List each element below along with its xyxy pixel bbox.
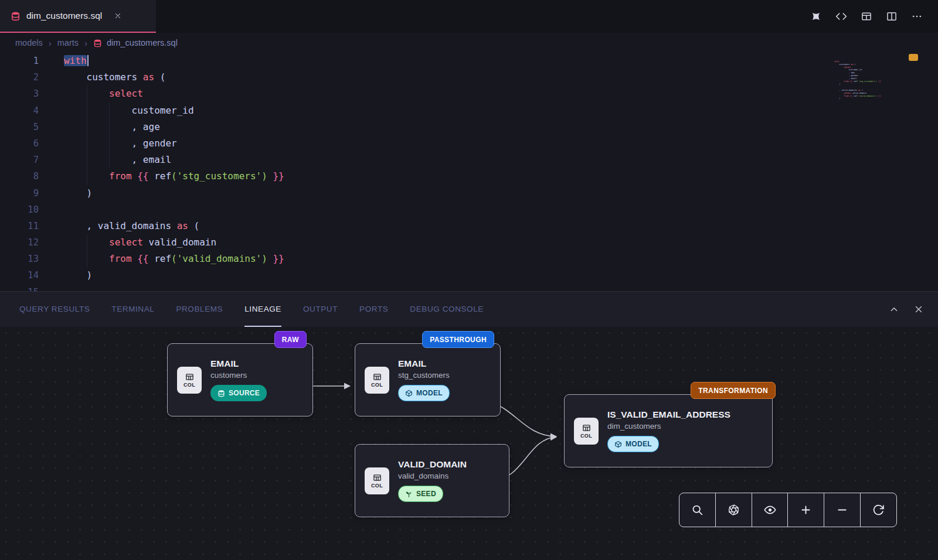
panel-tab-terminal[interactable]: TERMINAL — [111, 292, 154, 327]
panel-tabs: QUERY RESULTSTERMINALPROBLEMSLINEAGEOUTP… — [19, 292, 505, 327]
eye-button[interactable] — [752, 493, 789, 527]
indent-guide — [87, 135, 87, 152]
grid-icon — [373, 373, 382, 381]
tab-label: dim_customers.sql — [26, 11, 102, 21]
indent-guide — [109, 135, 110, 152]
node-tag-passthrough: PASSTHROUGH — [422, 331, 494, 348]
line-number: 12 — [0, 234, 39, 251]
grid-icon — [582, 424, 591, 432]
lineage-node-stg_customers[interactable]: PASSTHROUGHCOLEMAILstg_customersMODEL — [355, 343, 501, 416]
code-line[interactable]: , age — [64, 119, 938, 135]
node-subtitle: customers — [210, 371, 267, 380]
node-title: VALID_DOMAIN — [398, 459, 467, 470]
lineage-canvas[interactable]: RAWCOLEMAILcustomersSOURCEPASSTHROUGHCOL… — [0, 327, 938, 560]
breadcrumb-file-label: dim_customers.sql — [107, 38, 178, 47]
node-badge-model: MODEL — [398, 385, 450, 401]
breadcrumb-file[interactable]: dim_customers.sql — [93, 38, 178, 47]
panel-tab-query-results[interactable]: QUERY RESULTS — [19, 292, 90, 327]
indent-guide — [87, 119, 87, 135]
code-icon[interactable] — [835, 11, 847, 22]
code-line[interactable] — [64, 202, 938, 218]
code-line[interactable]: select valid_domain — [64, 234, 938, 251]
code-line[interactable]: ) — [64, 185, 938, 202]
line-number: 14 — [0, 267, 39, 284]
database-icon — [11, 11, 21, 21]
code-line[interactable] — [64, 284, 938, 291]
indent-guide — [87, 234, 87, 251]
search-button[interactable] — [679, 493, 716, 527]
node-title: EMAIL — [398, 358, 450, 369]
panel-tab-problems[interactable]: PROBLEMS — [176, 292, 223, 327]
editor-code[interactable]: with customers as ( select customer_id ,… — [41, 53, 938, 291]
breadcrumb-item-marts[interactable]: marts — [57, 38, 79, 47]
code-line[interactable]: from {{ ref('valid_domains') }} — [64, 251, 938, 267]
code-line[interactable]: , gender — [64, 135, 938, 152]
column-chip-label: COL — [580, 433, 592, 439]
indent-guide — [87, 86, 87, 102]
refresh-icon — [872, 504, 885, 516]
lineage-node-customers[interactable]: RAWCOLEMAILcustomersSOURCE — [167, 343, 313, 416]
node-subtitle: dim_customers — [607, 422, 730, 431]
lineage-node-dim_customers[interactable]: TRANSFORMATIONCOLIS_VALID_EMAIL_ADDRESSd… — [564, 394, 773, 467]
minimap-marker — [909, 54, 918, 61]
panel-tab-lineage[interactable]: LINEAGE — [244, 292, 281, 327]
indent-guide — [109, 103, 110, 119]
code-line[interactable]: ) — [64, 267, 938, 284]
panel-tab-ports[interactable]: PORTS — [359, 292, 388, 327]
line-number: 7 — [0, 152, 39, 168]
column-chip-label: COL — [371, 483, 383, 489]
node-subtitle: valid_domains — [398, 472, 467, 480]
indent-guide — [87, 251, 87, 267]
minus-button[interactable] — [824, 493, 861, 527]
tab-close-icon[interactable] — [114, 12, 122, 20]
node-tag-raw: RAW — [274, 331, 307, 348]
code-line[interactable]: customers as ( — [64, 69, 938, 86]
chevron-up-icon[interactable] — [889, 304, 899, 315]
plus-button[interactable] — [788, 493, 824, 527]
column-chip: COL — [365, 467, 389, 494]
more-actions-icon[interactable] — [911, 11, 923, 22]
cube-icon — [405, 390, 413, 397]
minimap[interactable]: with customers as ( select customer_id ,… — [834, 54, 906, 109]
code-line[interactable]: , valid_domains as ( — [64, 218, 938, 234]
node-subtitle: stg_customers — [398, 371, 450, 380]
code-line[interactable]: with — [64, 53, 938, 69]
line-number: 10 — [0, 202, 39, 218]
editor-gutter: 123456789101112131415 — [0, 53, 41, 291]
breadcrumb: models›marts›dim_customers.sql — [0, 33, 938, 53]
aperture-button[interactable] — [716, 493, 752, 527]
titlebar-actions — [810, 0, 938, 33]
code-line[interactable]: customer_id — [64, 103, 938, 119]
indent-guide — [109, 152, 110, 168]
panel-tabbar: QUERY RESULTSTERMINALPROBLEMSLINEAGEOUTP… — [0, 291, 938, 327]
grid-icon — [185, 373, 194, 381]
indent-guide — [87, 168, 87, 185]
node-badge-source: SOURCE — [210, 385, 267, 401]
table-panel-icon[interactable] — [861, 11, 872, 22]
line-number: 3 — [0, 86, 39, 102]
node-title: EMAIL — [210, 358, 267, 369]
search-icon — [691, 504, 704, 516]
eye-icon — [764, 504, 776, 516]
lineage-node-valid_domains[interactable]: COLVALID_DOMAINvalid_domainsSEED — [355, 444, 509, 517]
code-line[interactable]: , email — [64, 152, 938, 168]
split-editor-icon[interactable] — [886, 11, 898, 22]
line-number: 9 — [0, 185, 39, 202]
code-line[interactable]: select — [64, 86, 938, 102]
line-number: 15 — [0, 284, 39, 291]
editor-tab[interactable]: dim_customers.sql — [0, 0, 156, 33]
text-caret — [87, 55, 89, 66]
panel-tab-debug-console[interactable]: DEBUG CONSOLE — [410, 292, 484, 327]
code-editor[interactable]: 123456789101112131415 with customers as … — [0, 53, 938, 291]
database-icon — [93, 39, 102, 47]
refresh-button[interactable] — [861, 493, 896, 527]
breadcrumb-item-models[interactable]: models — [15, 38, 43, 47]
panel-tab-output[interactable]: OUTPUT — [303, 292, 338, 327]
seedling-icon — [405, 490, 413, 498]
node-tag-transformation: TRANSFORMATION — [691, 382, 776, 399]
sparkle-x-icon[interactable] — [810, 11, 822, 22]
code-line[interactable]: from {{ ref('stg_customers') }} — [64, 168, 938, 185]
plus-icon — [800, 504, 812, 516]
breadcrumb-separator: › — [84, 38, 87, 48]
close-icon[interactable] — [913, 304, 924, 315]
